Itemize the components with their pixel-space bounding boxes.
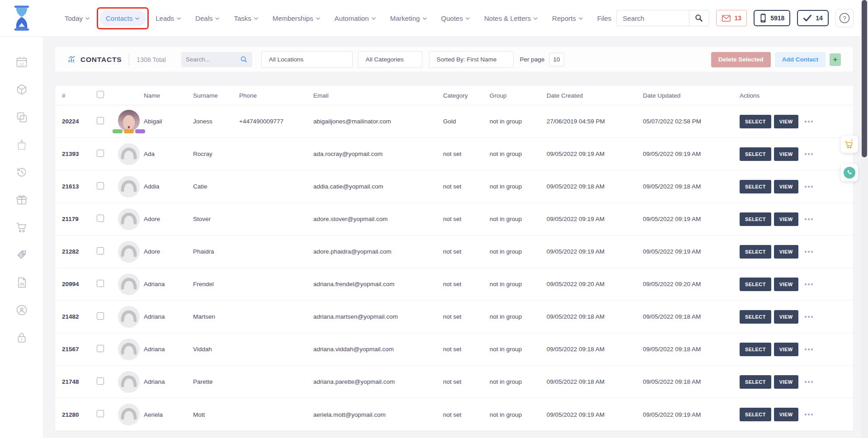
avatar[interactable] [118, 241, 140, 263]
more-actions-button[interactable] [801, 216, 816, 223]
calls-badge[interactable]: 5918 [754, 10, 790, 26]
add-contact-button[interactable]: Add Contact [775, 52, 826, 67]
locations-filter[interactable]: All Locations [261, 51, 353, 68]
bag-download-icon[interactable] [15, 138, 28, 151]
select-button[interactable]: SELECT [740, 115, 771, 128]
more-actions-button[interactable] [801, 346, 816, 353]
quick-add-button[interactable]: + [830, 53, 841, 66]
more-actions-button[interactable] [801, 313, 816, 320]
nav-item-files[interactable]: Files [593, 10, 616, 26]
per-page-value[interactable]: 10 [549, 53, 564, 66]
tasks-badge[interactable]: 14 [797, 10, 829, 26]
nav-item-marketing[interactable]: Marketing [386, 10, 432, 26]
row-actions: SELECT VIEW [740, 212, 853, 226]
report-document-icon[interactable] [15, 276, 28, 289]
select-button[interactable]: SELECT [740, 310, 771, 324]
avatar[interactable] [118, 404, 140, 425]
avatar[interactable] [118, 273, 140, 295]
avatar[interactable] [118, 110, 140, 132]
select-button[interactable]: SELECT [740, 180, 771, 193]
avatar[interactable] [118, 176, 140, 198]
price-tag-icon[interactable]: $ [15, 248, 28, 262]
avatar[interactable] [118, 339, 140, 360]
history-icon[interactable] [15, 165, 28, 179]
row-checkbox[interactable] [97, 215, 104, 222]
gift-icon[interactable] [15, 193, 28, 207]
date-updated: 09/05/2022 09:19 AM [643, 151, 740, 157]
row-checkbox[interactable] [97, 117, 104, 124]
floating-phone-button[interactable] [841, 164, 858, 181]
view-button[interactable]: VIEW [774, 180, 798, 193]
help-button[interactable]: ? [835, 9, 854, 27]
select-button[interactable]: SELECT [740, 212, 771, 226]
select-all-checkbox[interactable] [97, 91, 104, 98]
select-button[interactable]: SELECT [740, 375, 771, 389]
select-button[interactable]: SELECT [740, 343, 771, 356]
app-logo[interactable] [0, 4, 43, 33]
row-checkbox[interactable] [97, 345, 104, 352]
select-button[interactable]: SELECT [740, 278, 771, 291]
date-created: 09/05/2022 09:18 AM [547, 346, 643, 353]
scrollbar-thumb[interactable] [862, 0, 867, 157]
view-button[interactable]: VIEW [774, 310, 798, 324]
select-button[interactable]: SELECT [740, 408, 771, 421]
floating-cart-button[interactable] [841, 136, 858, 153]
avatar[interactable] [118, 208, 140, 230]
nav-item-quotes[interactable]: Quotes [437, 10, 475, 26]
page-scrollbar[interactable] [861, 0, 868, 438]
more-actions-button[interactable] [801, 378, 816, 386]
view-button[interactable]: VIEW [774, 115, 798, 128]
messages-badge[interactable]: 13 [716, 10, 747, 26]
nav-item-today[interactable]: Today [60, 10, 94, 26]
view-button[interactable]: VIEW [774, 147, 798, 161]
nav-item-contacts[interactable]: Contacts [99, 10, 146, 26]
row-checkbox[interactable] [97, 280, 104, 287]
view-button[interactable]: VIEW [774, 408, 798, 421]
nav-item-deals[interactable]: Deals [191, 10, 224, 26]
lock-icon[interactable] [15, 331, 28, 344]
more-actions-button[interactable] [801, 411, 816, 418]
row-checkbox[interactable] [97, 182, 104, 189]
select-button[interactable]: SELECT [740, 147, 771, 161]
check-icon [803, 14, 812, 22]
avatar[interactable] [118, 371, 140, 393]
row-checkbox[interactable] [97, 377, 104, 385]
table-rows: 20224 Abigail Joness +447490009777 abiga… [55, 105, 853, 431]
more-actions-button[interactable] [801, 248, 816, 255]
nav-item-automation[interactable]: Automation [330, 10, 381, 26]
view-button[interactable]: VIEW [774, 245, 798, 259]
global-search-input[interactable] [617, 14, 689, 22]
nav-item-notes-letters[interactable]: Notes & Letters [480, 10, 542, 26]
more-actions-button[interactable] [801, 118, 816, 125]
copy-pages-icon[interactable] [15, 110, 28, 124]
nav-item-memberships[interactable]: Memberships [268, 10, 325, 26]
account-sync-icon[interactable] [15, 303, 28, 317]
view-button[interactable]: VIEW [774, 343, 798, 356]
nav-item-tasks[interactable]: Tasks [229, 10, 263, 26]
nav-item-leads[interactable]: Leads [151, 10, 186, 26]
search-button[interactable] [689, 10, 709, 26]
cart-icon[interactable] [15, 221, 28, 234]
row-checkbox[interactable] [97, 247, 104, 254]
avatar[interactable] [118, 143, 140, 165]
row-checkbox[interactable] [97, 150, 104, 157]
more-actions-button[interactable] [801, 183, 816, 190]
more-actions-button[interactable] [801, 281, 816, 288]
delete-selected-button[interactable]: Delete Selected [711, 52, 771, 67]
sort-filter[interactable]: Sorted By: First Name [429, 51, 514, 68]
view-button[interactable]: VIEW [774, 278, 798, 291]
select-button[interactable]: SELECT [740, 245, 771, 259]
contact-surname: Rocray [193, 151, 239, 157]
view-button[interactable]: VIEW [774, 375, 798, 389]
nav-item-reports[interactable]: Reports [547, 10, 588, 26]
categories-filter[interactable]: All Categories [358, 51, 422, 68]
view-button[interactable]: VIEW [774, 212, 798, 226]
more-actions-button[interactable] [801, 151, 816, 158]
contacts-search-input[interactable] [186, 56, 240, 63]
row-checkbox[interactable] [97, 410, 104, 417]
avatar[interactable] [118, 306, 140, 328]
package-cube-icon[interactable] [15, 83, 28, 96]
calendar-icon[interactable]: 12 [15, 55, 28, 69]
contact-group: not in group [490, 118, 547, 125]
row-checkbox[interactable] [97, 312, 104, 320]
